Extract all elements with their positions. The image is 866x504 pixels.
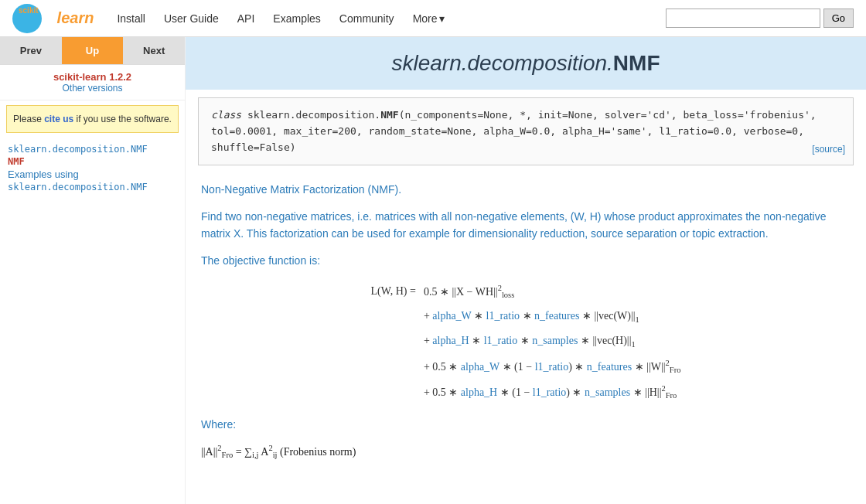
sidebar-link-full[interactable]: sklearn.decomposition.NMF bbox=[8, 144, 177, 155]
desc2-text: Find two non-negative matrices, i.e. mat… bbox=[201, 210, 827, 240]
cite-box: Please cite us if you use the software. bbox=[6, 105, 179, 133]
desc-find: Find two non-negative matrices, i.e. mat… bbox=[201, 208, 851, 243]
cite-link[interactable]: cite us bbox=[44, 114, 73, 124]
title-italic: sklearn.decomposition. bbox=[391, 51, 612, 75]
formula-term3: + alpha_H ∗ l1_ratio ∗ n_samples ∗ ||vec… bbox=[421, 330, 684, 353]
nav-api[interactable]: API bbox=[230, 9, 263, 28]
logo-scikit-text: scikit bbox=[19, 6, 39, 15]
main-nav: Install User Guide API Examples Communit… bbox=[109, 9, 452, 28]
page-title: sklearn.decomposition.NMF bbox=[199, 51, 852, 76]
prev-button[interactable]: Prev bbox=[0, 37, 62, 64]
formula-table: L(W, H) = 0.5 ∗ ||X − WH||2loss + alpha_… bbox=[367, 278, 686, 407]
formula-term5: + 0.5 ∗ alpha_H ∗ (1 − l1_ratio) ∗ n_sam… bbox=[421, 380, 684, 404]
nav-community[interactable]: Community bbox=[332, 9, 402, 28]
other-versions-link[interactable]: Other versions bbox=[6, 83, 179, 94]
nav-examples[interactable]: Examples bbox=[265, 9, 328, 28]
formula-term4: + 0.5 ∗ alpha_W ∗ (1 − l1_ratio) ∗ n_fea… bbox=[421, 355, 684, 379]
formula-term2: + alpha_W ∗ l1_ratio ∗ n_features ∗ ||ve… bbox=[421, 305, 684, 329]
frobenius-norm: ||A||2Fro = ∑i,j A2ij (Frobenius norm) bbox=[201, 442, 851, 462]
main-content: sklearn.decomposition.NMF class sklearn.… bbox=[186, 37, 866, 504]
cite-post-text: if you use the software. bbox=[73, 114, 172, 124]
content-area: Non-Negative Matrix Factorization (NMF).… bbox=[186, 173, 866, 479]
formula-term1: 0.5 ∗ ||X − WH||2loss bbox=[421, 280, 684, 304]
next-button[interactable]: Next bbox=[123, 37, 185, 64]
nav-buttons: Prev Up Next bbox=[0, 37, 185, 65]
layout: Prev Up Next scikit-learn 1.2.2 Other ve… bbox=[0, 37, 866, 504]
page-title-box: sklearn.decomposition.NMF bbox=[186, 37, 866, 90]
cite-pre-text: Please bbox=[13, 114, 44, 124]
header: scikit learn Install User Guide API Exam… bbox=[0, 0, 866, 37]
where-label: Where: bbox=[201, 416, 851, 433]
where-section: Where: ||A||2Fro = ∑i,j A2ij (Frobenius … bbox=[201, 416, 851, 463]
version-box: scikit-learn 1.2.2 Other versions bbox=[0, 65, 185, 100]
search-button[interactable]: Go bbox=[823, 9, 854, 28]
desc1-text: Non-Negative Matrix Factorization (NMF). bbox=[201, 183, 401, 196]
logo-area[interactable]: scikit learn bbox=[12, 4, 94, 33]
sidebar-links: sklearn.decomposition.NMF NMF Examples u… bbox=[0, 138, 185, 199]
search-input[interactable] bbox=[666, 9, 820, 28]
nav-more-button[interactable]: More ▾ bbox=[405, 9, 452, 28]
signature-box: class sklearn.decomposition.NMF(n_compon… bbox=[198, 97, 854, 165]
formula-lhs: L(W, H) = bbox=[368, 280, 419, 304]
up-button[interactable]: Up bbox=[62, 37, 124, 64]
class-name: NMF bbox=[380, 109, 398, 121]
version-title: scikit-learn 1.2.2 bbox=[6, 71, 179, 83]
title-bold: NMF bbox=[613, 51, 660, 75]
nav-install[interactable]: Install bbox=[109, 9, 153, 28]
search-area: Go bbox=[666, 9, 854, 28]
class-path: sklearn.decomposition. bbox=[247, 109, 380, 121]
source-link[interactable]: [source] bbox=[812, 142, 845, 157]
sidebar: Prev Up Next scikit-learn 1.2.2 Other ve… bbox=[0, 37, 186, 504]
nav-user-guide[interactable]: User Guide bbox=[156, 9, 227, 28]
sidebar-link-examples[interactable]: Examples using bbox=[8, 169, 177, 180]
class-keyword: class bbox=[211, 109, 241, 121]
obj-func-label: The objective function is: bbox=[201, 252, 851, 269]
logo-learn-text: learn bbox=[57, 9, 94, 27]
sidebar-link-nmf: NMF bbox=[8, 156, 177, 167]
sidebar-link-examples2[interactable]: sklearn.decomposition.NMF bbox=[8, 182, 177, 192]
desc-nmf: Non-Negative Matrix Factorization (NMF). bbox=[201, 181, 851, 198]
